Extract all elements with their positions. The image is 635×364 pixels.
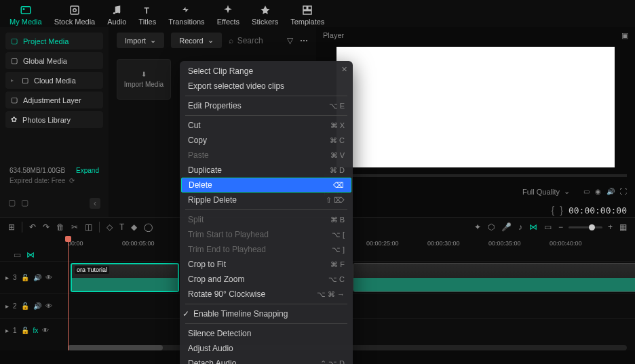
- enhance-icon[interactable]: ✦: [474, 222, 481, 232]
- cm-export-selected[interactable]: Export selected video clips: [180, 79, 353, 94]
- undo-icon[interactable]: ↶: [29, 222, 36, 232]
- cm-rotate-90[interactable]: Rotate 90° Clockwise⌥ ⌘ →: [180, 287, 353, 302]
- lock-icon[interactable]: 🔓: [21, 274, 29, 281]
- expand-icon[interactable]: ▸: [5, 274, 9, 281]
- tab-my-media[interactable]: My Media: [9, 4, 42, 26]
- delete-icon[interactable]: 🗑: [56, 222, 64, 232]
- playhead[interactable]: [68, 237, 69, 350]
- track-add-icon[interactable]: ▭: [14, 250, 21, 261]
- quality-dropdown[interactable]: Full Quality ⌄: [514, 184, 578, 199]
- svg-rect-2: [71, 6, 79, 14]
- sidebar-project-media[interactable]: ▢ Project Media: [5, 33, 103, 49]
- expand-icon[interactable]: ▸: [5, 302, 9, 310]
- tab-stickers[interactable]: Stickers: [252, 4, 278, 26]
- lock-icon[interactable]: 🔓: [21, 302, 29, 310]
- cm-select-clip-range[interactable]: Select Clip Range: [180, 64, 353, 79]
- visibility-icon[interactable]: 👁: [45, 274, 52, 281]
- expand-storage-button[interactable]: Expand: [76, 167, 99, 174]
- cm-delete[interactable]: Delete⌫: [181, 178, 351, 193]
- cm-crop-zoom[interactable]: Crop and Zoom⌥ C: [180, 272, 353, 287]
- cm-silence-detection[interactable]: Silence Detection: [180, 326, 353, 341]
- tab-effects[interactable]: Effects: [217, 4, 239, 26]
- camera-icon[interactable]: ◉: [595, 188, 601, 195]
- lock-icon[interactable]: 🔓: [21, 327, 29, 334]
- record-icon[interactable]: ◯: [144, 222, 153, 232]
- collapse-sidebar-button[interactable]: ‹: [90, 198, 100, 209]
- clip-selected[interactable]: ora Tutorial: [71, 263, 179, 292]
- cm-detach-audio[interactable]: Detach Audio⌃ ⌥ D: [180, 356, 353, 364]
- clip[interactable]: [353, 263, 635, 292]
- link-track-icon[interactable]: ⋈: [26, 250, 35, 261]
- new-folder-icon[interactable]: ▢: [8, 198, 16, 209]
- cut-icon[interactable]: ✂: [71, 222, 78, 232]
- cm-edit-properties[interactable]: Edit Properties⌥ E: [180, 98, 353, 113]
- cm-adjust-audio[interactable]: Adjust Audio: [180, 341, 353, 356]
- cm-copy[interactable]: Copy⌘ C: [180, 133, 353, 148]
- sidebar-adjustment-layer[interactable]: ▢ Adjustment Layer: [5, 92, 103, 108]
- record-dropdown[interactable]: Record ⌄: [171, 33, 221, 48]
- storage-meter: 634.58MB/1.00GB Expand Expired date: Fre…: [5, 163, 103, 188]
- player-viewport[interactable]: [336, 47, 615, 167]
- cm-enable-snapping[interactable]: ✓Enable Timeline Snapping: [180, 306, 353, 321]
- filter-icon[interactable]: ▽: [287, 36, 293, 45]
- folder-icon: ▢: [11, 37, 18, 45]
- visibility-icon[interactable]: 👁: [45, 302, 52, 310]
- new-bin-icon[interactable]: ▢: [21, 198, 28, 209]
- shield-icon[interactable]: ⬡: [488, 222, 495, 232]
- chevron-down-icon: ⌄: [208, 36, 214, 45]
- player-scrubber[interactable]: [324, 174, 627, 177]
- sidebar-global-media[interactable]: ▢ Global Media: [5, 52, 103, 69]
- refresh-icon[interactable]: ⟳: [69, 177, 75, 184]
- cm-cut[interactable]: Cut⌘ X: [180, 118, 353, 133]
- mute-icon[interactable]: 🔊: [33, 302, 41, 310]
- crop-icon[interactable]: ◫: [85, 222, 92, 232]
- svg-point-4: [113, 12, 115, 14]
- expand-icon[interactable]: ▸: [5, 327, 9, 334]
- tab-stock-media[interactable]: Stock Media: [54, 4, 96, 26]
- volume-icon[interactable]: 🔊: [607, 188, 615, 195]
- fx-icon[interactable]: fx: [33, 327, 39, 334]
- cm-trim-start: Trim Start to Playhead⌥ [: [180, 227, 353, 242]
- magnet-icon[interactable]: ⋈: [529, 222, 537, 232]
- cm-ripple-delete[interactable]: Ripple Delete⇧ ⌦: [180, 193, 353, 207]
- cm-split: Split⌘ B: [180, 212, 353, 227]
- download-icon: ⬇: [141, 70, 147, 78]
- mark-in-button[interactable]: {: [552, 205, 555, 216]
- marker-icon[interactable]: ◆: [131, 222, 137, 232]
- tag-icon[interactable]: ◇: [107, 222, 113, 232]
- fullscreen-icon[interactable]: ⛶: [620, 188, 627, 195]
- visibility-icon[interactable]: 👁: [42, 327, 49, 334]
- cm-duplicate[interactable]: Duplicate⌘ D: [180, 163, 353, 178]
- cm-trim-end: Trim End to Playhead⌥ ]: [180, 242, 353, 257]
- view-mode-icon[interactable]: ▦: [619, 222, 627, 232]
- monitor-icon[interactable]: ▭: [583, 188, 590, 195]
- mark-out-button[interactable]: }: [560, 205, 563, 216]
- import-dropdown[interactable]: Import ⌄: [117, 33, 164, 48]
- tab-titles[interactable]: T Titles: [138, 4, 156, 26]
- sidebar-photos-library[interactable]: ✿ Photos Library: [5, 111, 103, 128]
- import-media-tile[interactable]: ⬇ Import Media: [117, 59, 171, 100]
- link-icon[interactable]: ▭: [544, 222, 552, 232]
- redo-icon[interactable]: ↷: [43, 222, 50, 232]
- cm-crop-to-fit[interactable]: Crop to Fit⌘ F: [180, 257, 353, 272]
- snapshot-icon[interactable]: ▣: [621, 31, 628, 40]
- search-input[interactable]: ⌕ Search: [229, 36, 280, 45]
- zoom-slider[interactable]: [569, 226, 602, 228]
- titles-icon: T: [141, 4, 153, 16]
- close-icon[interactable]: ✕: [341, 65, 347, 74]
- zoom-out-button[interactable]: −: [558, 222, 563, 232]
- music-icon[interactable]: ♪: [518, 222, 522, 232]
- mic-icon[interactable]: 🎤: [501, 222, 512, 232]
- tab-audio[interactable]: Audio: [107, 4, 126, 26]
- tab-transitions[interactable]: Transitions: [168, 4, 204, 26]
- mute-icon[interactable]: 🔊: [33, 274, 41, 281]
- tab-templates[interactable]: Templates: [290, 4, 324, 26]
- stickers-icon: [259, 4, 271, 16]
- grid-icon[interactable]: ⊞: [8, 222, 15, 232]
- text-icon[interactable]: T: [119, 222, 124, 232]
- more-icon[interactable]: ⋯: [300, 36, 308, 45]
- zoom-in-button[interactable]: +: [608, 222, 613, 232]
- sidebar-cloud-media[interactable]: ▸ ▢ Cloud Media: [5, 72, 103, 89]
- folder-icon: ▢: [11, 56, 18, 65]
- chevron-down-icon: ⌄: [564, 187, 570, 196]
